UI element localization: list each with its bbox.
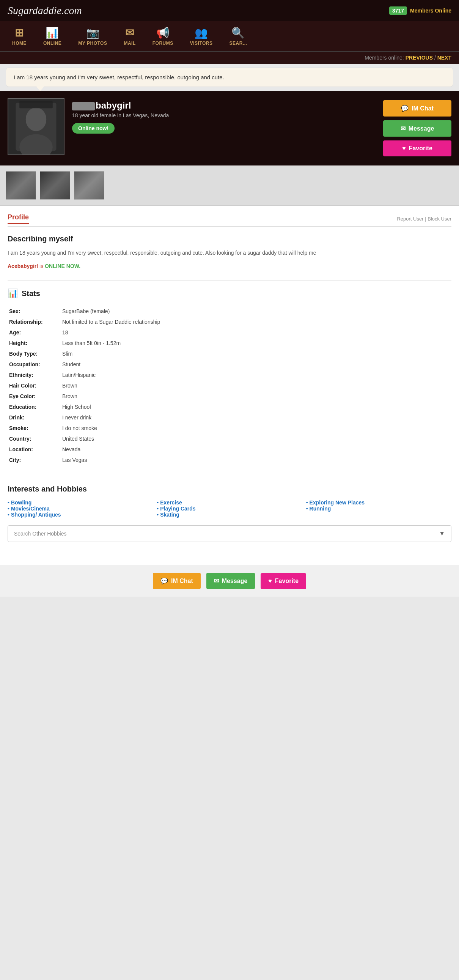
separator: / <box>434 55 437 61</box>
bullet: • <box>306 500 308 506</box>
photo-placeholder <box>8 99 64 154</box>
stat-label: Relationship: <box>8 317 61 327</box>
nav-visitors-label: VISITORS <box>190 41 213 46</box>
interest-link[interactable]: Bowling <box>11 500 32 506</box>
favorite-button[interactable]: ♥ Favorite <box>383 140 451 156</box>
stats-header: 📊 Stats <box>8 288 451 298</box>
bullet: • <box>157 512 159 518</box>
message-button[interactable]: ✉ Message <box>383 120 451 137</box>
stat-value: Latin/Hispanic <box>61 370 451 380</box>
table-row: Occupation:Student <box>8 359 451 370</box>
nav-online[interactable]: 📊 ONLINE <box>35 21 70 51</box>
nav-mail-label: MAIL <box>124 41 135 46</box>
stat-value: Student <box>61 359 451 370</box>
stat-value: I never drink <box>61 412 451 423</box>
username-text: babygirl <box>95 100 131 110</box>
favorite-label: Favorite <box>409 145 432 152</box>
section-divider <box>8 280 451 281</box>
stat-label: Education: <box>8 402 61 412</box>
profile-photo[interactable] <box>8 98 65 155</box>
members-nav-bar: Members online: PREVIOUS / NEXT <box>0 51 459 64</box>
profile-subtitle: 18 year old female in Las Vegas, Nevada <box>72 112 376 118</box>
section-divider-2 <box>8 477 451 477</box>
table-row: Eye Color:Brown <box>8 391 451 402</box>
stat-value: 18 <box>61 327 451 338</box>
online-now-badge[interactable]: Online now! <box>72 123 114 134</box>
stat-value: I do not smoke <box>61 423 451 433</box>
forums-icon: 📢 <box>156 27 170 39</box>
interest-link[interactable]: Playing Cards <box>160 506 195 512</box>
nav-mail[interactable]: ✉ MAIL <box>115 21 144 51</box>
nav-online-label: ONLINE <box>43 41 62 46</box>
profile-actions: 💬 IM Chat ✉ Message ♥ Favorite <box>383 98 451 156</box>
tab-actions: Report User | Block User <box>397 216 451 222</box>
thumbnail-2[interactable] <box>40 171 70 200</box>
stat-label: Age: <box>8 327 61 338</box>
thumbnail-1[interactable] <box>6 171 36 200</box>
svg-rect-4 <box>19 101 53 108</box>
nav-home[interactable]: ⊞ HOME <box>4 21 35 51</box>
bullet: • <box>306 506 308 512</box>
username-blurred <box>72 102 95 110</box>
hobbies-search-dropdown[interactable]: Search Other Hobbies ▼ <box>8 525 451 542</box>
previous-member-link[interactable]: PREVIOUS <box>405 55 433 61</box>
table-row: Relationship:Not limited to a Sugar Dadd… <box>8 317 451 327</box>
profile-username: babygirl <box>72 100 376 111</box>
interest-link[interactable]: Movies/Cinema <box>11 506 50 512</box>
online-icon: 📊 <box>46 27 59 39</box>
imchat-label: IM Chat <box>411 105 434 112</box>
nav-forums[interactable]: 📢 FORUMS <box>144 21 182 51</box>
interest-item: •Bowling <box>8 500 153 506</box>
members-label: Members <box>410 8 433 14</box>
nav-visitors[interactable]: 👥 VISITORS <box>182 21 221 51</box>
stat-label: Location: <box>8 444 61 455</box>
next-member-link[interactable]: NEXT <box>437 55 451 61</box>
interest-link[interactable]: Exercise <box>160 500 182 506</box>
svg-point-2 <box>26 107 47 131</box>
chat-icon: 💬 <box>401 105 408 112</box>
thumbnail-3[interactable] <box>74 171 104 200</box>
profile-info: babygirl 18 year old female in Las Vegas… <box>72 98 376 134</box>
interest-link[interactable]: Exploring New Places <box>310 500 365 506</box>
photo-thumbnails <box>0 165 459 206</box>
bottom-message-label: Message <box>222 578 248 584</box>
table-row: Height:Less than 5ft 0in - 1.52m <box>8 338 451 348</box>
interest-link[interactable]: Skating <box>160 512 179 518</box>
interest-item: •Exercise <box>157 500 302 506</box>
interest-link[interactable]: Shopping/ Antiques <box>11 512 61 518</box>
nav-search[interactable]: 🔍 SEAR... <box>221 21 256 51</box>
table-row: City:Las Vegas <box>8 455 451 465</box>
profile-quote-bubble: I am 18 years young and I'm very sweet, … <box>6 68 453 87</box>
report-user-link[interactable]: Report User <box>397 216 423 222</box>
nav-my-photos[interactable]: 📷 MY PHOTOS <box>70 21 115 51</box>
hobbies-search-text: Search Other Hobbies <box>14 531 67 537</box>
tab-profile[interactable]: Profile <box>8 213 29 224</box>
interest-item: •Exploring New Places <box>306 500 451 506</box>
online-is: is <box>40 263 45 269</box>
bullet: • <box>8 500 10 506</box>
members-count-badge: 3717 <box>389 6 407 15</box>
bottom-message-button[interactable]: ✉ Message <box>206 573 255 589</box>
block-user-link[interactable]: Block User <box>427 216 451 222</box>
stat-label: Body Type: <box>8 348 61 359</box>
stat-value: Las Vegas <box>61 455 451 465</box>
table-row: Education:High School <box>8 402 451 412</box>
site-header: Sugardaddie.com 3717 Members Online <box>0 0 459 21</box>
stat-label: Hair Color: <box>8 380 61 391</box>
bottom-imchat-button[interactable]: 💬 IM Chat <box>153 573 201 589</box>
bottom-message-icon: ✉ <box>214 577 219 584</box>
stat-label: Occupation: <box>8 359 61 370</box>
message-label: Message <box>408 125 434 132</box>
home-icon: ⊞ <box>15 27 24 39</box>
stat-label: Smoke: <box>8 423 61 433</box>
table-row: Age:18 <box>8 327 451 338</box>
stats-table: Sex:SugarBabe (female)Relationship:Not l… <box>8 306 451 465</box>
stats-icon: 📊 <box>8 288 18 298</box>
stat-value: Less than 5ft 0in - 1.52m <box>61 338 451 348</box>
visitors-icon: 👥 <box>195 27 208 39</box>
describing-title: Describing myself <box>8 235 451 243</box>
bottom-favorite-button[interactable]: ♥ Favorite <box>260 573 306 589</box>
imchat-button[interactable]: 💬 IM Chat <box>383 100 451 116</box>
interest-link[interactable]: Running <box>310 506 331 512</box>
interests-col-0: •Bowling•Movies/Cinema•Shopping/ Antique… <box>8 500 153 518</box>
